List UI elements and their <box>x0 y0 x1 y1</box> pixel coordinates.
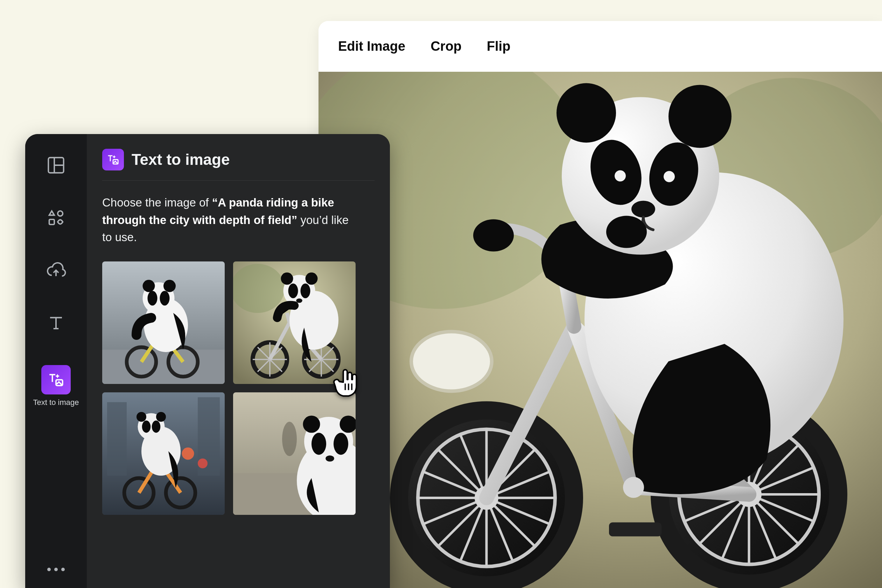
svg-point-31 <box>669 85 732 148</box>
svg-point-55 <box>164 280 176 292</box>
svg-point-74 <box>288 284 298 298</box>
svg-rect-49 <box>102 350 225 384</box>
svg-point-54 <box>143 280 155 292</box>
rail-text-to-image-label: Text to image <box>33 398 79 407</box>
tab-edit-image[interactable]: Edit Image <box>338 39 405 54</box>
svg-point-81 <box>198 459 207 468</box>
svg-rect-78 <box>107 402 127 476</box>
svg-rect-40 <box>609 522 662 537</box>
text-to-image-badge-icon <box>102 149 124 171</box>
tool-rail: Text to image <box>25 134 87 588</box>
elements-icon <box>46 207 66 228</box>
svg-point-39 <box>623 477 644 498</box>
prompt-prefix: Choose the image of <box>102 196 212 209</box>
svg-rect-45 <box>50 219 55 225</box>
svg-point-87 <box>156 412 166 422</box>
rail-elements[interactable] <box>46 207 66 228</box>
editor-window: Edit Image Crop Flip <box>318 21 882 588</box>
svg-point-38 <box>606 216 647 248</box>
prompt-instruction: Choose the image of “A panda riding a bi… <box>102 194 354 246</box>
result-grid <box>102 261 375 515</box>
svg-point-73 <box>306 272 318 285</box>
result-thumb-2[interactable] <box>233 261 356 384</box>
svg-point-35 <box>664 171 675 182</box>
svg-point-72 <box>281 272 293 285</box>
svg-point-34 <box>615 171 626 182</box>
svg-point-89 <box>152 420 160 433</box>
svg-point-57 <box>160 291 170 306</box>
svg-point-76 <box>296 298 302 303</box>
svg-point-36 <box>632 201 655 218</box>
tab-crop[interactable]: Crop <box>430 39 462 54</box>
result-thumb-1[interactable] <box>102 261 225 384</box>
svg-point-98 <box>333 433 348 454</box>
svg-point-37 <box>473 219 514 252</box>
svg-point-56 <box>148 291 158 306</box>
svg-point-92 <box>282 422 297 456</box>
result-thumb-4[interactable] <box>233 392 356 515</box>
rail-text[interactable] <box>46 312 66 333</box>
svg-point-88 <box>142 420 151 433</box>
rail-more[interactable] <box>47 568 65 571</box>
rail-text-to-image[interactable]: Text to image <box>33 365 79 407</box>
svg-point-27 <box>411 332 492 391</box>
upload-cloud-icon <box>46 260 66 280</box>
panel-header: Text to image <box>102 149 375 181</box>
editor-canvas[interactable] <box>318 72 882 588</box>
svg-point-59 <box>233 264 285 313</box>
svg-point-99 <box>326 455 334 462</box>
svg-point-97 <box>312 433 326 454</box>
text-icon <box>46 312 66 333</box>
result-thumb-3[interactable] <box>102 392 225 515</box>
editor-toolbar: Edit Image Crop Flip <box>318 21 882 72</box>
text-to-image-icon <box>41 365 71 394</box>
svg-point-44 <box>58 211 63 216</box>
rail-uploads[interactable] <box>46 260 66 280</box>
svg-point-75 <box>301 284 310 298</box>
canvas-image <box>318 72 882 588</box>
svg-point-30 <box>556 83 616 143</box>
tab-flip[interactable]: Flip <box>487 39 511 54</box>
rail-templates[interactable] <box>46 155 66 176</box>
svg-point-86 <box>136 412 146 422</box>
text-to-image-panel: Text to image Text to image Choose the i… <box>25 134 390 588</box>
panel-title: Text to image <box>132 151 230 168</box>
svg-point-80 <box>182 447 194 459</box>
svg-point-95 <box>303 416 320 433</box>
panel-body: Text to image Choose the image of “A pan… <box>87 134 390 588</box>
templates-icon <box>46 155 66 176</box>
